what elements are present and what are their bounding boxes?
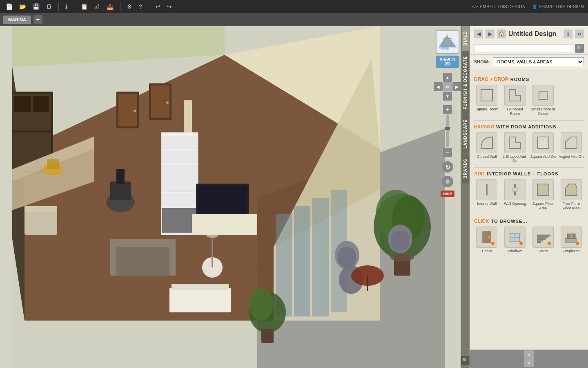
square-floor-icon xyxy=(532,179,554,200)
panel-forward-button[interactable]: ▶ xyxy=(486,29,494,38)
zoom-controls: + − xyxy=(443,105,452,157)
svg-rect-45 xyxy=(162,165,197,177)
l-shaped-addon-item[interactable]: L-Shaped Add-On xyxy=(502,132,528,164)
search-input[interactable] xyxy=(474,44,573,52)
toolbar-sep-1 xyxy=(58,2,59,11)
svg-rect-91 xyxy=(172,284,229,290)
hide-button[interactable]: HIDE xyxy=(441,191,454,197)
pan-center-button[interactable]: ⊕ xyxy=(443,82,452,91)
tab-bar: MARINA + xyxy=(0,13,588,26)
interior-wall-item[interactable]: Interior Wall xyxy=(474,179,500,211)
square-floor-label: Square Floor Area xyxy=(530,202,556,211)
panel-collapse-button[interactable]: ≪ xyxy=(575,29,584,38)
svg-rect-102 xyxy=(537,137,549,148)
free-form-floor-item[interactable]: Free-Form Floor Area xyxy=(558,179,584,211)
free-form-floor-label: Free-Form Floor Area xyxy=(558,202,584,211)
panel-title: Untitled Design xyxy=(508,30,561,38)
svg-rect-62 xyxy=(24,206,57,212)
pan-left-button[interactable]: ◀ xyxy=(434,82,443,91)
svg-rect-43 xyxy=(162,137,197,149)
list-icon[interactable]: 📋 xyxy=(79,2,89,11)
windows-dot xyxy=(519,242,523,245)
export-icon[interactable]: 📤 xyxy=(105,2,115,11)
tab-marina[interactable]: MARINA xyxy=(3,16,31,24)
right-panel: ◀ ▶ 🏠 Untitled Design ℹ ≪ 🔍 SHOW: ROOMS,… xyxy=(470,26,588,368)
square-room-item[interactable]: Square Room xyxy=(474,85,500,116)
show-select[interactable]: ROOMS, WALLS & AREAS xyxy=(493,57,584,66)
view-2d-button[interactable]: VIEW IN 2D xyxy=(436,56,459,68)
svg-rect-46 xyxy=(162,180,197,192)
svg-rect-68 xyxy=(212,239,213,267)
l-shaped-room-item[interactable]: L-Shaped Room xyxy=(502,85,528,116)
search-submit-button[interactable]: 🔍 xyxy=(575,44,584,53)
svg-rect-98 xyxy=(481,90,492,101)
new-icon[interactable]: 📄 xyxy=(4,2,14,11)
panel-home-button[interactable]: 🏠 xyxy=(497,29,506,38)
wall-opening-item[interactable]: Wall Opening xyxy=(502,179,528,211)
save-as-icon[interactable]: 🗒 xyxy=(45,2,53,11)
free-form-floor-icon xyxy=(561,179,582,200)
panel-back-button[interactable]: ◀ xyxy=(474,29,483,38)
embed-button[interactable]: </> EMBED THIS DESIGN xyxy=(472,4,526,9)
settings-icon[interactable]: ⚙ xyxy=(125,2,134,11)
doors-item[interactable]: Doors xyxy=(474,227,500,254)
tab-brands[interactable]: BRANDS xyxy=(462,154,469,184)
embed-share-area: </> EMBED THIS DESIGN 👤 SHARE THIS DESIG… xyxy=(472,4,584,9)
zoom-slider[interactable] xyxy=(446,114,449,147)
panel-info-button[interactable]: ℹ xyxy=(564,29,572,38)
svg-rect-90 xyxy=(169,288,231,312)
divider-3 xyxy=(474,215,584,215)
l-shaped-addon-label: L-Shaped Add-On xyxy=(502,155,528,164)
panel-search-icon[interactable]: 🔍 xyxy=(461,356,470,365)
section-header-browse: CLICK TO BROWSE... xyxy=(474,218,584,224)
info-icon[interactable]: ℹ xyxy=(64,2,69,11)
zoom-in-button[interactable]: + xyxy=(443,105,452,114)
svg-rect-61 xyxy=(24,210,57,235)
fireplaces-label: Fireplaces xyxy=(563,249,580,254)
share-button[interactable]: 👤 SHARE THIS DESIGN xyxy=(532,4,584,9)
map-thumbnail[interactable] xyxy=(436,30,459,54)
svg-rect-82 xyxy=(261,329,274,343)
pan-down-button[interactable]: ▼ xyxy=(443,92,452,101)
rotate-button[interactable]: ↻ xyxy=(442,161,453,173)
pan-right-button[interactable]: ▶ xyxy=(452,82,461,91)
square-floor-item[interactable]: Square Floor Area xyxy=(530,179,556,211)
fireplaces-item[interactable]: Fireplaces xyxy=(558,227,584,254)
panel-footer: « » xyxy=(470,350,588,368)
pan-up-button[interactable]: ▲ xyxy=(443,73,452,82)
zoom-out-button[interactable]: − xyxy=(443,148,452,157)
svg-rect-84 xyxy=(338,247,356,267)
curved-wall-item[interactable]: Curved Wall xyxy=(474,132,500,164)
doors-icon xyxy=(476,227,497,248)
windows-item[interactable]: Windows xyxy=(502,227,528,254)
open-icon[interactable]: 📂 xyxy=(18,2,28,11)
panel-collapse-down-button[interactable]: » xyxy=(524,359,534,367)
undo-icon[interactable]: ↩ xyxy=(154,2,162,11)
angled-addon-item[interactable]: Angled Add-On xyxy=(558,132,584,164)
svg-rect-86 xyxy=(391,231,409,251)
stairs-item[interactable]: Stairs xyxy=(530,227,556,254)
print-icon[interactable]: 🖨 xyxy=(93,2,102,11)
add-tab-button[interactable]: + xyxy=(33,15,42,24)
help-icon[interactable]: ? xyxy=(137,2,144,11)
svg-rect-89 xyxy=(367,275,368,291)
tab-landscape[interactable]: LANDSCAPE xyxy=(462,114,469,154)
interior-walls-grid: Interior Wall Wall Opening xyxy=(474,179,584,211)
room-3d-view xyxy=(0,26,470,368)
show-label: SHOW: xyxy=(474,59,490,64)
svg-rect-66 xyxy=(109,200,132,205)
tab-build[interactable]: BUILD xyxy=(462,26,469,51)
svg-rect-32 xyxy=(294,206,310,316)
design-canvas[interactable]: VIEW IN 2D ▲ ◀ ⊕ ▶ ▼ + − xyxy=(0,26,470,368)
tab-furnish[interactable]: FURNISH & DECORATE xyxy=(462,51,469,115)
save-icon[interactable]: 💾 xyxy=(31,2,41,11)
small-room-item[interactable]: Small Room or Closet xyxy=(530,85,556,116)
square-addon-item[interactable]: Square Add-On xyxy=(530,132,556,164)
l-shaped-room-icon xyxy=(504,85,526,106)
redo-icon[interactable]: ↪ xyxy=(165,2,174,11)
svg-rect-116 xyxy=(509,233,521,234)
zoom-handle[interactable] xyxy=(445,127,450,130)
settings-button[interactable]: ⚙ xyxy=(442,176,453,187)
panel-collapse-up-button[interactable]: « xyxy=(524,350,534,359)
svg-rect-72 xyxy=(110,243,116,276)
